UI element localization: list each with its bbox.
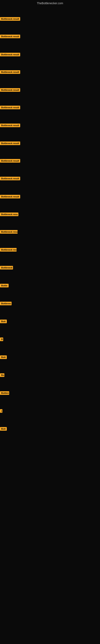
bottleneck-badge-5: Bottleneck result: [0, 88, 20, 92]
bottleneck-badge-15: Bottleneck: [0, 266, 13, 270]
bottleneck-badge-text-18: Bott: [0, 320, 7, 323]
bottleneck-badge-text-14: Bottleneck resu: [0, 248, 17, 252]
bottleneck-badge-12: Bottleneck resu: [0, 212, 18, 217]
bottleneck-badge-text-17: Bottlenec: [0, 302, 12, 305]
bottleneck-badge-text-13: Bottleneck resu: [0, 230, 18, 234]
bottleneck-badge-text-11: Bottleneck result: [0, 195, 20, 198]
bottleneck-badge-text-16: Bottle: [0, 284, 9, 288]
bottleneck-badge-19: B: [0, 338, 3, 342]
bottleneck-badge-text-9: Bottleneck result: [0, 159, 20, 162]
site-title: TheBottlenecker.com: [0, 0, 100, 6]
bottleneck-badge-7: Bottleneck result: [0, 124, 20, 128]
bottleneck-badge-23: |: [0, 409, 2, 414]
bottleneck-badge-4: Bottleneck result: [0, 70, 20, 75]
bottleneck-badge-text-22: Bottlen: [0, 391, 9, 395]
bottleneck-badge-text-7: Bottleneck result: [0, 124, 20, 127]
bottleneck-badge-text-23: |: [0, 409, 2, 413]
bottleneck-badge-21: Bo: [0, 373, 4, 378]
bottleneck-badge-text-21: Bo: [0, 373, 4, 377]
bottleneck-badge-text-12: Bottleneck resu: [0, 212, 18, 216]
bottleneck-badge-22: Bottlen: [0, 391, 9, 396]
bottleneck-badge-17: Bottlenec: [0, 302, 12, 306]
bottleneck-badge-11: Bottleneck result: [0, 195, 20, 199]
bottleneck-badge-text-2: Bottleneck result: [0, 34, 20, 38]
bottleneck-badge-24: Bott: [0, 427, 7, 432]
bottleneck-badge-text-20: Bott: [0, 356, 7, 359]
bottleneck-badge-2: Bottleneck result: [0, 34, 20, 39]
bottleneck-badge-8: Bottleneck result: [0, 142, 20, 146]
bottleneck-badge-text-1: Bottleneck result: [0, 17, 20, 21]
bottleneck-badge-20: Bott: [0, 356, 7, 360]
bottleneck-badge-text-15: Bottleneck: [0, 266, 13, 270]
bottleneck-badge-18: Bott: [0, 320, 7, 324]
bottleneck-badge-16: Bottle: [0, 284, 9, 288]
bottleneck-badge-text-24: Bott: [0, 427, 7, 431]
bottleneck-badge-text-3: Bottleneck result: [0, 53, 20, 56]
bottleneck-badge-3: Bottleneck result: [0, 53, 20, 57]
bottleneck-badge-text-6: Bottleneck result: [0, 106, 20, 109]
bottleneck-badge-text-8: Bottleneck result: [0, 142, 20, 145]
bottleneck-badge-text-10: Bottleneck result: [0, 177, 20, 180]
bottleneck-badge-6: Bottleneck result: [0, 106, 20, 110]
bottleneck-badge-9: Bottleneck result: [0, 159, 20, 164]
bottleneck-badge-10: Bottleneck result: [0, 177, 20, 181]
bottleneck-badge-1: Bottleneck result: [0, 17, 20, 22]
bottleneck-badge-14: Bottleneck resu: [0, 248, 17, 252]
bottleneck-badge-13: Bottleneck resu: [0, 230, 18, 234]
bottleneck-badge-text-4: Bottleneck result: [0, 70, 20, 74]
bottleneck-badge-text-19: B: [0, 338, 3, 341]
bottleneck-badge-text-5: Bottleneck result: [0, 88, 20, 92]
